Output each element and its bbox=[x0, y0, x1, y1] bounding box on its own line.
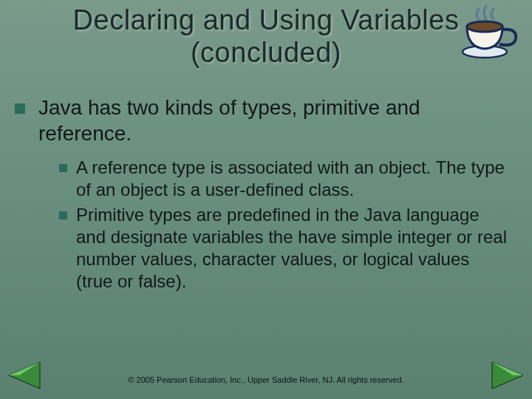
title-line-1: Declaring and Using Variables bbox=[73, 4, 460, 35]
bullet-square-icon bbox=[15, 103, 25, 114]
bullet-square-icon bbox=[59, 164, 67, 172]
copyright-footer: © 2005 Pearson Education, Inc., Upper Sa… bbox=[0, 375, 532, 384]
main-point-text: Java has two kinds of types, primitive a… bbox=[38, 95, 510, 146]
sub-point-text: A reference type is associated with an o… bbox=[76, 157, 510, 201]
bullet-level-2: Primitive types are predefined in the Ja… bbox=[59, 204, 510, 293]
slide-body: Java has two kinds of types, primitive a… bbox=[15, 95, 510, 296]
bullet-level-2: A reference type is associated with an o… bbox=[59, 157, 510, 201]
title-line-2: (concluded) bbox=[191, 37, 341, 68]
sub-point-text: Primitive types are predefined in the Ja… bbox=[76, 204, 510, 293]
prev-slide-button[interactable] bbox=[4, 359, 43, 395]
bullet-square-icon bbox=[59, 211, 67, 219]
svg-point-1 bbox=[467, 21, 502, 32]
coffee-cup-icon bbox=[457, 3, 523, 65]
slide-title: Declaring and Using Variables (concluded… bbox=[0, 0, 532, 69]
slide: Declaring and Using Variables (concluded… bbox=[0, 0, 532, 399]
next-slide-button[interactable] bbox=[489, 359, 528, 395]
bullet-level-1: Java has two kinds of types, primitive a… bbox=[15, 95, 510, 146]
